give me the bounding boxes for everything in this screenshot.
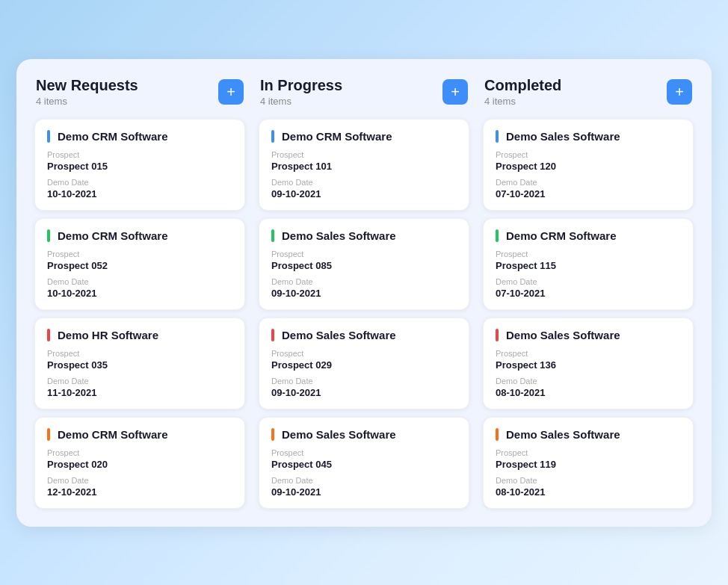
prospect-label-completed-2: Prospect (496, 349, 681, 358)
column-new-requests: New Requests4 items+Demo CRM SoftwarePro… (34, 77, 245, 509)
add-button-in-progress[interactable]: + (442, 79, 468, 105)
card-completed-3[interactable]: Demo Sales SoftwareProspectProspect 119D… (483, 417, 694, 509)
column-header-in-progress: In Progress4 items+ (259, 77, 469, 107)
card-title-in-progress-1: Demo Sales Software (271, 229, 457, 242)
prospect-value-completed-1: Prospect 115 (496, 260, 681, 271)
card-completed-2[interactable]: Demo Sales SoftwareProspectProspect 136D… (483, 318, 694, 409)
prospect-label-completed-1: Prospect (496, 250, 681, 259)
card-completed-0[interactable]: Demo Sales SoftwareProspectProspect 120D… (483, 119, 694, 211)
card-in-progress-1[interactable]: Demo Sales SoftwareProspectProspect 085D… (259, 218, 469, 310)
card-title-completed-3: Demo Sales Software (496, 428, 681, 441)
column-title-group-in-progress: In Progress4 items (260, 77, 342, 107)
card-title-completed-0: Demo Sales Software (496, 130, 681, 143)
date-label-completed-0: Demo Date (496, 178, 681, 187)
date-value-completed-2: 08-10-2021 (496, 387, 681, 398)
prospect-value-in-progress-2: Prospect 029 (271, 359, 457, 371)
date-label-completed-2: Demo Date (496, 377, 681, 386)
column-title-group-new-requests: New Requests4 items (36, 77, 138, 107)
date-label-completed-1: Demo Date (496, 277, 681, 286)
prospect-label-in-progress-0: Prospect (271, 150, 457, 159)
column-in-progress: In Progress4 items+Demo CRM SoftwarePros… (259, 77, 469, 509)
prospect-value-new-requests-0: Prospect 015 (47, 161, 232, 172)
column-header-completed: Completed4 items+ (483, 77, 694, 107)
card-new-requests-0[interactable]: Demo CRM SoftwareProspectProspect 015Dem… (34, 119, 245, 211)
card-title-new-requests-3: Demo CRM Software (47, 428, 232, 441)
prospect-value-in-progress-0: Prospect 101 (271, 161, 457, 172)
date-label-completed-3: Demo Date (496, 476, 681, 485)
column-title-group-completed: Completed4 items (484, 77, 561, 107)
card-title-in-progress-2: Demo Sales Software (271, 329, 457, 341)
date-label-new-requests-3: Demo Date (47, 476, 232, 485)
date-value-in-progress-2: 09-10-2021 (271, 387, 457, 398)
prospect-value-new-requests-2: Prospect 035 (47, 359, 232, 371)
column-title-in-progress: In Progress (260, 77, 342, 94)
prospect-label-in-progress-1: Prospect (271, 250, 457, 259)
column-subtitle-new-requests: 4 items (36, 96, 138, 107)
columns-wrapper: New Requests4 items+Demo CRM SoftwarePro… (34, 77, 694, 509)
card-completed-1[interactable]: Demo CRM SoftwareProspectProspect 115Dem… (483, 218, 694, 310)
column-title-completed: Completed (484, 77, 561, 94)
date-label-new-requests-1: Demo Date (47, 277, 232, 286)
prospect-value-completed-0: Prospect 120 (496, 161, 681, 172)
prospect-label-new-requests-0: Prospect (47, 150, 232, 159)
column-header-new-requests: New Requests4 items+ (34, 77, 245, 107)
date-value-completed-0: 07-10-2021 (496, 188, 681, 199)
prospect-value-new-requests-1: Prospect 052 (47, 260, 232, 271)
card-in-progress-3[interactable]: Demo Sales SoftwareProspectProspect 045D… (259, 417, 469, 509)
prospect-value-in-progress-3: Prospect 045 (271, 459, 457, 470)
date-value-completed-3: 08-10-2021 (496, 486, 681, 498)
add-button-completed[interactable]: + (667, 79, 692, 105)
card-new-requests-1[interactable]: Demo CRM SoftwareProspectProspect 052Dem… (34, 218, 245, 310)
column-subtitle-in-progress: 4 items (260, 96, 342, 107)
card-in-progress-2[interactable]: Demo Sales SoftwareProspectProspect 029D… (259, 318, 469, 409)
board-container: New Requests4 items+Demo CRM SoftwarePro… (16, 59, 712, 527)
column-title-new-requests: New Requests (36, 77, 138, 94)
prospect-value-completed-2: Prospect 136 (496, 359, 681, 371)
card-title-completed-2: Demo Sales Software (496, 329, 681, 341)
prospect-label-completed-3: Prospect (496, 448, 681, 457)
card-in-progress-0[interactable]: Demo CRM SoftwareProspectProspect 101Dem… (259, 119, 469, 211)
card-title-completed-1: Demo CRM Software (496, 229, 681, 242)
card-title-new-requests-1: Demo CRM Software (47, 229, 232, 242)
prospect-label-new-requests-3: Prospect (47, 448, 232, 457)
date-value-new-requests-2: 11-10-2021 (47, 387, 232, 398)
column-completed: Completed4 items+Demo Sales SoftwarePros… (483, 77, 694, 509)
card-title-new-requests-0: Demo CRM Software (47, 130, 232, 143)
date-label-new-requests-0: Demo Date (47, 178, 232, 187)
prospect-label-completed-0: Prospect (496, 150, 681, 159)
date-value-new-requests-1: 10-10-2021 (47, 288, 232, 299)
date-label-in-progress-1: Demo Date (271, 277, 457, 286)
date-value-completed-1: 07-10-2021 (496, 288, 681, 299)
date-label-in-progress-0: Demo Date (271, 178, 457, 187)
add-button-new-requests[interactable]: + (218, 79, 244, 105)
card-title-in-progress-3: Demo Sales Software (271, 428, 457, 441)
prospect-value-in-progress-1: Prospect 085 (271, 260, 457, 271)
prospect-label-in-progress-2: Prospect (271, 349, 457, 358)
prospect-value-new-requests-3: Prospect 020 (47, 459, 232, 470)
column-subtitle-completed: 4 items (484, 96, 561, 107)
date-label-in-progress-3: Demo Date (271, 476, 457, 485)
card-new-requests-2[interactable]: Demo HR SoftwareProspectProspect 035Demo… (34, 318, 245, 409)
prospect-label-new-requests-2: Prospect (47, 349, 232, 358)
card-new-requests-3[interactable]: Demo CRM SoftwareProspectProspect 020Dem… (34, 417, 245, 509)
card-title-new-requests-2: Demo HR Software (47, 329, 232, 341)
date-value-new-requests-0: 10-10-2021 (47, 188, 232, 199)
date-label-in-progress-2: Demo Date (271, 377, 457, 386)
date-value-new-requests-3: 12-10-2021 (47, 486, 232, 498)
prospect-label-in-progress-3: Prospect (271, 448, 457, 457)
date-label-new-requests-2: Demo Date (47, 377, 232, 386)
date-value-in-progress-1: 09-10-2021 (271, 288, 457, 299)
card-title-in-progress-0: Demo CRM Software (271, 130, 457, 143)
date-value-in-progress-0: 09-10-2021 (271, 188, 457, 199)
date-value-in-progress-3: 09-10-2021 (271, 486, 457, 498)
prospect-label-new-requests-1: Prospect (47, 250, 232, 259)
prospect-value-completed-3: Prospect 119 (496, 459, 681, 470)
